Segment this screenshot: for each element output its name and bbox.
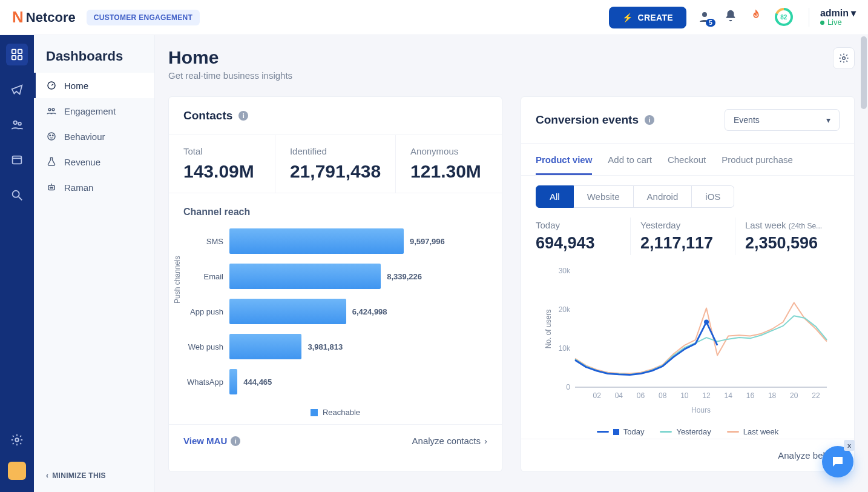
bar-value: 3,981,813 — [307, 342, 343, 351]
bot-icon — [46, 182, 57, 193]
minimize-label: MINIMIZE THIS — [52, 471, 106, 480]
legend-swatch-icon — [727, 431, 739, 433]
svg-text:Hours: Hours — [691, 406, 711, 414]
notif-count-badge: 5 — [706, 19, 715, 27]
legend-marker-icon — [613, 429, 619, 435]
contacts-card: Contacts i Total 143.09M Identified 21,7… — [168, 96, 502, 472]
bar-fill — [229, 228, 404, 254]
bar-category: Web push — [183, 342, 229, 351]
minimize-panel-button[interactable]: ‹ MINIMIZE THIS — [34, 459, 154, 492]
sidebar-item-revenue[interactable]: Revenue — [34, 149, 154, 175]
svg-point-41 — [704, 319, 709, 324]
events-dropdown[interactable]: Events ▾ — [725, 109, 840, 131]
user-menu[interactable]: admin▾ Live — [809, 8, 856, 27]
info-icon[interactable]: i — [645, 115, 654, 125]
gauge-icon — [46, 80, 57, 91]
tab-product-purchase[interactable]: Product purchase — [722, 155, 793, 175]
svg-point-13 — [48, 108, 51, 111]
legend-lastweek: Last week — [743, 427, 779, 436]
sidebar-item-home[interactable]: Home — [34, 73, 154, 98]
bell-icon[interactable] — [724, 9, 737, 25]
score-ring[interactable]: 82 — [775, 8, 793, 26]
close-icon[interactable]: x — [844, 440, 855, 451]
people-notif-icon[interactable]: 5 — [697, 10, 712, 24]
chevron-down-icon: ▾ — [826, 115, 830, 125]
svg-point-16 — [50, 135, 51, 136]
user-status: Live — [827, 18, 842, 27]
stat-label: Today — [536, 220, 620, 230]
sidebar-item-label: Home — [64, 81, 88, 91]
sidebar-item-raman[interactable]: Raman — [34, 175, 154, 200]
svg-rect-4 — [18, 56, 22, 59]
svg-text:18: 18 — [768, 391, 777, 400]
stat-lastweek: Last week (24th Se... 2,350,596 — [735, 218, 840, 255]
legend-swatch-icon — [311, 409, 318, 416]
create-button[interactable]: ⚡ CREATE — [609, 7, 686, 28]
bar-value: 6,424,998 — [352, 307, 387, 316]
legend-label: Reachable — [323, 408, 360, 417]
view-mau-label: View MAU — [183, 436, 227, 446]
fire-icon[interactable] — [749, 9, 763, 25]
chart-title: Channel reach — [183, 207, 487, 218]
legend-swatch-icon — [597, 431, 609, 433]
conversion-title: Conversion events — [536, 113, 639, 127]
info-icon[interactable]: i — [238, 111, 248, 121]
svg-point-11 — [15, 438, 19, 442]
stat-value: 2,350,596 — [745, 234, 830, 253]
svg-point-0 — [702, 12, 707, 17]
stat-value: 2,117,117 — [640, 234, 725, 253]
sidebar-item-behaviour[interactable]: Behaviour — [34, 124, 154, 149]
y-axis-label: Push channels — [173, 256, 182, 304]
product-pill[interactable]: CUSTOMER ENGAGEMENT — [87, 10, 200, 25]
svg-point-15 — [48, 133, 55, 140]
svg-point-5 — [14, 121, 18, 125]
segment-all[interactable]: All — [536, 185, 574, 208]
sidebar-title: Dashboards — [34, 35, 154, 73]
svg-point-17 — [53, 135, 54, 136]
svg-point-20 — [52, 187, 53, 188]
rail-dashboard[interactable] — [6, 44, 28, 65]
legend-yesterday: Yesterday — [676, 427, 711, 436]
svg-rect-2 — [18, 50, 22, 53]
rail-app-icon[interactable] — [8, 462, 26, 480]
tab-add-to-cart[interactable]: Add to cart — [608, 155, 652, 175]
gear-icon — [838, 53, 849, 64]
segment-android[interactable]: Android — [634, 185, 692, 208]
page-settings-button[interactable] — [833, 47, 855, 69]
chat-fab[interactable]: x — [822, 446, 853, 477]
bar-row: WhatsApp444,465 — [183, 369, 487, 394]
stat-label: Total — [183, 146, 260, 156]
stat-label: Identified — [290, 146, 381, 156]
status-dot-icon — [820, 21, 824, 25]
bolt-icon: ⚡ — [622, 13, 633, 22]
svg-text:04: 04 — [615, 391, 623, 400]
chevron-right-icon: › — [484, 436, 487, 446]
segment-website[interactable]: Website — [574, 185, 634, 208]
rail-content[interactable] — [6, 149, 28, 171]
scrollbar[interactable] — [861, 36, 867, 109]
main-content: Home Get real-time business insights Con… — [155, 35, 868, 492]
bar-row: SMS9,597,996 — [183, 228, 487, 254]
tab-checkout[interactable]: Checkout — [668, 155, 706, 175]
chat-icon — [830, 454, 845, 469]
sidebar-item-engagement[interactable]: Engagement — [34, 98, 154, 124]
rail-campaigns[interactable] — [6, 79, 28, 101]
sidebar: Dashboards Home Engagement Behaviour Rev… — [34, 35, 155, 492]
bar-value: 8,339,226 — [387, 272, 422, 281]
tab-product-view[interactable]: Product view — [536, 155, 592, 175]
stat-total: Total 143.09M — [169, 135, 275, 193]
topbar: N Netcore CUSTOMER ENGAGEMENT ⚡ CREATE 5… — [0, 0, 868, 35]
brand-logo[interactable]: N Netcore — [12, 8, 76, 27]
svg-text:22: 22 — [812, 391, 820, 400]
legend-today: Today — [623, 427, 645, 436]
rail-audience[interactable] — [6, 114, 28, 136]
rail-settings[interactable] — [6, 429, 28, 451]
page-title: Home — [168, 47, 292, 68]
stat-value: 694,943 — [536, 234, 620, 253]
rail-analytics[interactable] — [6, 184, 28, 206]
segment-ios[interactable]: iOS — [692, 185, 734, 208]
analyze-contacts-link[interactable]: Analyze contacts › — [412, 436, 487, 446]
events-dropdown-label: Events — [734, 115, 760, 125]
view-mau-link[interactable]: View MAU i — [183, 436, 240, 446]
svg-text:30k: 30k — [559, 267, 571, 275]
